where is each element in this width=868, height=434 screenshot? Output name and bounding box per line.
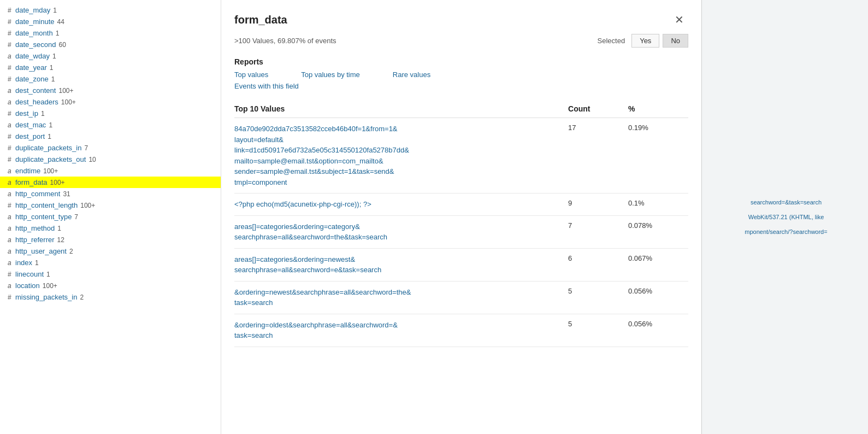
hash-icon: # (8, 156, 13, 163)
panel-title: form_data (234, 14, 287, 26)
table-cell-value-0[interactable]: 84a70de902dda7c3513582cceb46b40f=1&from=… (234, 118, 568, 193)
hash-icon: # (8, 202, 13, 209)
table-cell-pct-2: 0.078% (628, 215, 688, 248)
field-count-dest_ip: 1 (41, 110, 45, 118)
sidebar: #date_mday1#date_minute44#date_month1#da… (0, 0, 221, 434)
field-count-endtime: 100+ (43, 167, 58, 175)
sidebar-item-http_method[interactable]: ahttp_method1 (0, 222, 221, 234)
field-name-date_wday: date_wday (15, 52, 50, 60)
sidebar-item-http_user_agent[interactable]: ahttp_user_agent2 (0, 245, 221, 257)
table-cell-count-3: 6 (568, 248, 628, 281)
hash-icon: # (8, 75, 13, 83)
sidebar-item-dest_port[interactable]: #dest_port1 (0, 131, 221, 142)
table-cell-count-5: 5 (568, 314, 628, 347)
field-name-date_mday: date_mday (15, 6, 50, 14)
table-cell-value-3[interactable]: areas[]=categories&ordering=newest&searc… (234, 248, 568, 281)
right-text-2: WebKit/537.21 (KHTML, like (748, 214, 824, 220)
table-cell-pct-0: 0.19% (628, 118, 688, 193)
table-cell-count-1: 9 (568, 193, 628, 216)
no-button[interactable]: No (663, 34, 688, 48)
col-header-values: Top 10 Values (234, 100, 568, 118)
field-name-index: index (15, 259, 32, 267)
table-cell-value-4[interactable]: &ordering=newest&searchphrase=all&search… (234, 281, 568, 314)
sidebar-item-duplicate_packets_in[interactable]: #duplicate_packets_in7 (0, 142, 221, 154)
field-name-http_content_type: http_content_type (15, 213, 72, 221)
hash-icon: # (8, 133, 13, 140)
sidebar-item-location[interactable]: alocation100+ (0, 280, 221, 291)
sidebar-item-http_referrer[interactable]: ahttp_referrer12 (0, 234, 221, 245)
alpha-icon: a (8, 236, 13, 244)
table-cell-value-5[interactable]: &ordering=oldest&searchphrase=all&search… (234, 314, 568, 347)
sidebar-item-dest_ip[interactable]: #dest_ip1 (0, 108, 221, 119)
field-count-dest_headers: 100+ (61, 98, 76, 106)
field-name-http_referrer: http_referrer (15, 236, 55, 244)
yes-button[interactable]: Yes (631, 34, 659, 48)
panel-header: form_data ✕ (234, 11, 688, 28)
close-button[interactable]: ✕ (670, 11, 688, 28)
sidebar-item-endtime[interactable]: aendtime100+ (0, 165, 221, 177)
alpha-icon: a (8, 213, 13, 221)
table-row: &ordering=newest&searchphrase=all&search… (234, 281, 688, 314)
field-count-date_zone: 1 (51, 75, 55, 83)
field-detail-panel: form_data ✕ >100 Values, 69.807% of even… (221, 0, 702, 434)
field-count-date_minute: 44 (57, 18, 64, 26)
alpha-icon: a (8, 52, 13, 60)
alpha-icon: a (8, 98, 13, 106)
sidebar-item-date_wday[interactable]: adate_wday1 (0, 50, 221, 62)
events-with-field-link[interactable]: Events with this field (234, 82, 688, 90)
sidebar-item-http_content_type[interactable]: ahttp_content_type7 (0, 211, 221, 222)
field-count-http_referrer: 12 (57, 236, 64, 244)
sidebar-item-http_comment[interactable]: ahttp_comment31 (0, 188, 221, 200)
col-header-count: Count (568, 100, 628, 118)
sidebar-item-linecount[interactable]: #linecount1 (0, 268, 221, 280)
table-row: areas[]=categories&ordering=newest&searc… (234, 248, 688, 281)
field-count-dest_mac: 1 (49, 121, 52, 129)
field-name-date_second: date_second (15, 40, 56, 49)
table-cell-pct-5: 0.056% (628, 314, 688, 347)
main-area: form_data ✕ >100 Values, 69.807% of even… (221, 0, 868, 434)
field-count-http_method: 1 (57, 225, 61, 232)
field-name-http_user_agent: http_user_agent (15, 247, 67, 255)
table-cell-value-1[interactable]: <?php echo(md5(acunetix-php-cgi-rce)); ?… (234, 193, 568, 216)
sidebar-item-dest_headers[interactable]: adest_headers100+ (0, 96, 221, 108)
top-values-link[interactable]: Top values (234, 71, 268, 79)
sidebar-item-index[interactable]: aindex1 (0, 257, 221, 268)
rare-values-link[interactable]: Rare values (393, 71, 430, 79)
table-cell-count-2: 7 (568, 215, 628, 248)
alpha-icon: a (8, 179, 13, 186)
col-header-pct: % (628, 100, 688, 118)
table-cell-count-0: 17 (568, 118, 628, 193)
field-name-missing_packets_in: missing_packets_in (15, 293, 77, 301)
sidebar-item-form_data[interactable]: aform_data100+ (0, 177, 221, 188)
field-count-date_wday: 1 (52, 52, 56, 60)
hash-icon: # (8, 30, 13, 37)
sidebar-item-date_mday[interactable]: #date_mday1 (0, 4, 221, 16)
field-name-date_month: date_month (15, 29, 53, 37)
reports-links: Top values Top values by time Rare value… (234, 71, 688, 79)
field-name-endtime: endtime (15, 167, 40, 175)
top-values-by-time-link[interactable]: Top values by time (301, 71, 360, 79)
right-text-1: searchword=&task=search (751, 199, 822, 206)
sidebar-item-date_minute[interactable]: #date_minute44 (0, 16, 221, 27)
sidebar-item-duplicate_packets_out[interactable]: #duplicate_packets_out10 (0, 154, 221, 165)
hash-icon: # (8, 41, 13, 49)
alpha-icon: a (8, 225, 13, 232)
field-name-dest_ip: dest_ip (15, 109, 38, 118)
sidebar-item-dest_content[interactable]: adest_content100+ (0, 85, 221, 96)
field-name-duplicate_packets_out: duplicate_packets_out (15, 155, 86, 163)
sidebar-item-dest_mac[interactable]: adest_mac1 (0, 119, 221, 131)
hash-icon: # (8, 294, 13, 301)
sidebar-item-date_year[interactable]: #date_year1 (0, 62, 221, 73)
table-cell-pct-1: 0.1% (628, 193, 688, 216)
sidebar-item-missing_packets_in[interactable]: #missing_packets_in2 (0, 291, 221, 303)
sidebar-item-date_zone[interactable]: #date_zone1 (0, 73, 221, 85)
table-row: 84a70de902dda7c3513582cceb46b40f=1&from=… (234, 118, 688, 193)
sidebar-item-date_second[interactable]: #date_second60 (0, 39, 221, 50)
table-cell-value-2[interactable]: areas[]=categories&ordering=category&sea… (234, 215, 568, 248)
field-count-form_data: 100+ (50, 179, 65, 186)
field-name-location: location (15, 281, 40, 290)
field-count-location: 100+ (43, 282, 57, 290)
sidebar-item-date_month[interactable]: #date_month1 (0, 27, 221, 39)
field-count-linecount: 1 (46, 271, 50, 278)
sidebar-item-http_content_length[interactable]: #http_content_length100+ (0, 200, 221, 211)
